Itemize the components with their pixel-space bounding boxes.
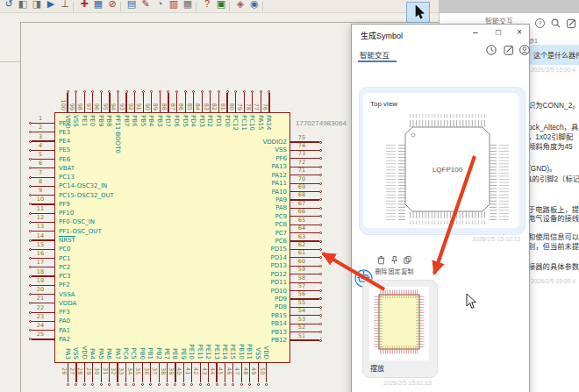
pin-number: 15 <box>32 242 49 248</box>
pin-name: PE14 <box>221 344 228 360</box>
annotate-icon[interactable]: ✎ <box>139 0 152 11</box>
generated-symbol-thumbnail[interactable] <box>369 287 429 360</box>
generate-symbol-dialog: 生成Symbol – □ × 智能交互 Top view LQFP100 202… <box>351 24 530 392</box>
minimize-button[interactable]: – <box>469 27 482 37</box>
ai-answer-fragment: 1的引脚2（标记 <box>528 173 579 183</box>
pin-number: 52 <box>293 324 311 331</box>
pin-end-dot <box>319 265 322 267</box>
pin-name: PB8 <box>105 115 112 126</box>
page-prev-icon[interactable]: ◧ <box>17 0 29 11</box>
pin[interactable] <box>32 177 54 178</box>
page-next-icon[interactable]: ◨ <box>31 0 43 11</box>
copy-button[interactable]: 复制 <box>401 255 414 275</box>
add-symbol-icon[interactable]: ✚ <box>78 0 90 11</box>
run-icon[interactable]: ▶ <box>45 0 57 11</box>
pin-number: 4 <box>32 143 49 149</box>
pin[interactable] <box>268 93 269 112</box>
undo-icon[interactable]: ↺ <box>3 0 15 11</box>
tab-underline <box>358 61 397 62</box>
check-icon[interactable]: ? <box>201 0 213 11</box>
pin-number: 25 <box>32 331 49 338</box>
pin-number: 87 <box>169 103 175 110</box>
pin[interactable] <box>266 363 267 382</box>
pin-end-dot <box>125 90 128 93</box>
pin-name: VSSA <box>59 291 75 298</box>
pin-name: PC2 <box>59 264 71 271</box>
pin-number: 77 <box>253 103 259 110</box>
pin-name: PA8 <box>234 204 287 211</box>
pin-number: 7 <box>32 170 49 176</box>
pin-number: 94 <box>110 103 116 110</box>
pin-number: 33 <box>118 367 124 374</box>
pin-end-dot <box>100 383 103 386</box>
help-icon[interactable]: ? <box>534 18 546 29</box>
pin-number: 79 <box>236 103 242 110</box>
pin[interactable] <box>32 186 54 187</box>
pin-number: 37 <box>151 367 157 374</box>
pin-name: VDD <box>262 346 269 360</box>
ai-panel-titlebar[interactable]: AI助手 <box>439 0 579 14</box>
pin-name: PE4 <box>59 138 70 145</box>
pin-name: PD13 <box>234 262 287 269</box>
close-icon[interactable]: × <box>513 27 525 37</box>
layers-icon[interactable]: ▥ <box>168 0 180 11</box>
delete-button[interactable]: 删除 <box>375 255 388 275</box>
toolbar-separator <box>262 2 263 11</box>
erc-icon[interactable]: ⊘ <box>106 0 118 11</box>
pin-name: PA5 <box>97 348 104 360</box>
pin-name: VDDA <box>59 300 76 307</box>
sheet-icon[interactable]: ▤ <box>125 0 138 11</box>
pin-name: PE11 <box>197 344 204 360</box>
web-icon[interactable]: ◉ <box>248 0 261 11</box>
probe-icon[interactable]: ⊥ <box>59 0 71 11</box>
pin[interactable] <box>32 140 54 141</box>
netlist-icon[interactable]: ▦ <box>92 0 104 11</box>
pin-number: 18 <box>32 269 49 275</box>
pin-end-dot <box>132 383 135 386</box>
pin[interactable] <box>290 339 319 340</box>
pin[interactable] <box>32 339 54 339</box>
green-tool-icon[interactable]: ▣ <box>215 0 227 11</box>
pin[interactable] <box>32 132 54 132</box>
pin-number: 72 <box>293 160 311 166</box>
pin[interactable] <box>32 123 54 124</box>
history-icon[interactable]: ◔ <box>154 0 166 11</box>
grid-icon[interactable]: ▦ <box>182 0 194 11</box>
profile-icon[interactable] <box>518 44 531 56</box>
pin-number: 88 <box>161 103 167 110</box>
pin-end-dot <box>29 338 32 340</box>
pin-end-dot <box>319 232 322 234</box>
answer-timestamp: 2026/2/5 15:00:4 <box>531 278 575 284</box>
pin-number: 82 <box>211 103 217 110</box>
pin[interactable] <box>32 150 54 151</box>
pin-end-dot <box>319 141 322 144</box>
maximize-button[interactable]: □ <box>492 27 504 37</box>
pin-name: PB0 <box>139 348 146 360</box>
pin[interactable] <box>32 159 54 160</box>
pin-name: PE6 <box>59 156 70 163</box>
pin[interactable] <box>32 167 54 168</box>
pin-button[interactable]: 固定 <box>388 255 401 275</box>
edit-icon[interactable] <box>503 44 515 56</box>
pin-end-dot <box>91 90 94 93</box>
pin-name: PA13 <box>234 163 287 170</box>
ai-answer-fragment: 电气设备的接线 <box>528 212 579 223</box>
pin-number: 21 <box>32 296 49 302</box>
pointer-tool-button[interactable] <box>406 2 430 23</box>
pin-name: PB11 <box>246 344 253 360</box>
history-icon[interactable] <box>485 44 497 56</box>
footprint-icon[interactable]: ◈ <box>234 0 247 11</box>
pin-number: 23 <box>32 314 49 320</box>
pin-number: 84 <box>194 103 200 110</box>
pin-number: 38 <box>160 367 166 374</box>
pin-end-dot <box>319 149 322 152</box>
pin-number: 63 <box>293 234 311 240</box>
pin-name: PC4 <box>122 347 129 360</box>
new-chat-icon[interactable] <box>566 18 577 29</box>
pin-name: PC7 <box>234 230 287 237</box>
search-icon[interactable] <box>550 18 561 29</box>
pin-number: 27 <box>68 367 75 374</box>
pin-number: 83 <box>203 103 209 110</box>
tab-smart-interaction[interactable]: 智能交互 <box>360 49 390 60</box>
pin-end-dot <box>75 383 77 386</box>
